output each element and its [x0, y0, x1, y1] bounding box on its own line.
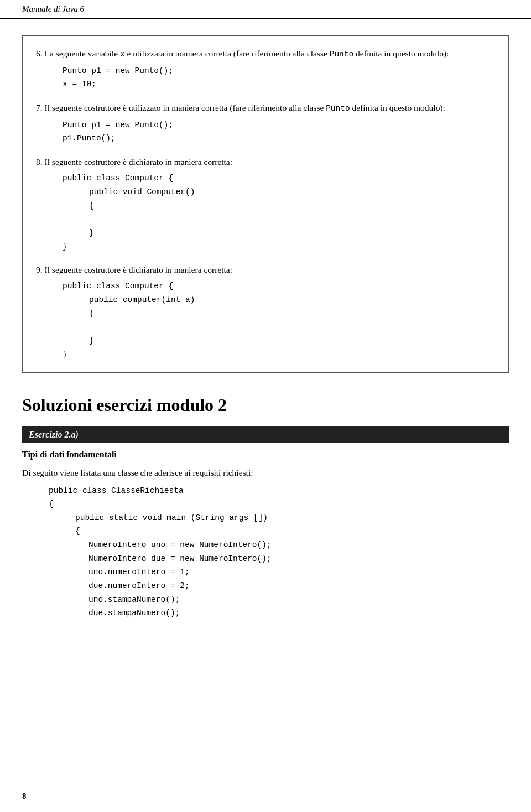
exercise-6-text: 6. La seguente variabile x è utilizzata … — [36, 47, 495, 61]
exercise-9-number: 9. — [36, 265, 43, 274]
exercise-9-line-5: } — [36, 334, 495, 348]
exercise-8-text: 8. Il seguente costruttore è dichiarato … — [36, 155, 495, 168]
sol-line-2: { — [22, 497, 509, 511]
exercise-8-line-5: } — [36, 226, 495, 240]
page-wrapper: Manuale di Java 6 6. La seguente variabi… — [0, 0, 531, 812]
exercise-6-code-line-1: Punto p1 = new Punto(); — [36, 64, 495, 78]
sol-line-1: public class ClasseRichiesta — [22, 484, 509, 498]
exercise-9-line-6: } — [36, 348, 495, 362]
sol-line-4: { — [22, 524, 509, 538]
sol-line-7: uno.numeroIntero = 1; — [22, 565, 509, 579]
exercise-7-code-line-1: Punto p1 = new Punto(); — [36, 118, 495, 132]
exercise-7-number: 7. — [36, 103, 43, 112]
esercizio-2a-code: public class ClasseRichiesta { public st… — [22, 484, 509, 620]
exercise-7-text: 7. Il seguente costruttore è utilizzato … — [36, 101, 495, 115]
esercizio-2a-header: Esercizio 2.a) — [22, 426, 509, 443]
exercise-8-line-4 — [36, 212, 495, 226]
exercise-9-line-2: public computer(int a) — [36, 293, 495, 307]
exercise-8-code-block: public class Computer { public void Comp… — [36, 171, 495, 253]
exercise-9-line-3: { — [36, 307, 495, 321]
exercise-9-line-4 — [36, 320, 495, 334]
exercise-8-line-1: public class Computer { — [36, 171, 495, 185]
sol-line-9: uno.stampaNumero(); — [22, 593, 509, 607]
exercise-9-text: 9. Il seguente costruttore è dichiarato … — [36, 263, 495, 276]
esercizio-2a-desc: Di seguito viene listata una classe che … — [22, 466, 509, 479]
sol-line-6: NumeroIntero due = new NumeroIntero(); — [22, 552, 509, 566]
exercise-6-code-line-2: x = 10; — [36, 77, 495, 91]
exercise-8-line-6: } — [36, 240, 495, 254]
exercise-item-7: 7. Il seguente costruttore è utilizzato … — [36, 101, 495, 145]
page-number: 8 — [22, 792, 27, 800]
exercise-9-code-block: public class Computer { public computer(… — [36, 279, 495, 361]
sol-line-5: NumeroIntero uno = new NumeroIntero(); — [22, 538, 509, 552]
exercise-item-6: 6. La seguente variabile x è utilizzata … — [36, 47, 495, 91]
exercise-6-number: 6. — [36, 49, 43, 58]
exercise-item-8: 8. Il seguente costruttore è dichiarato … — [36, 155, 495, 253]
exercise-6-code-x: x — [120, 50, 125, 59]
exercise-8-number: 8. — [36, 157, 43, 166]
exercise-7-code-block: Punto p1 = new Punto(); p1.Punto(); — [36, 118, 495, 145]
exercise-block: 6. La seguente variabile x è utilizzata … — [22, 35, 509, 373]
exercise-item-9: 9. Il seguente costruttore è dichiarato … — [36, 263, 495, 361]
sol-line-10: due.stampaNumero(); — [22, 606, 509, 620]
esercizio-2a: Esercizio 2.a) Tipi di dati fondamentali… — [22, 426, 509, 620]
sol-line-8: due.numeroIntero = 2; — [22, 579, 509, 593]
exercise-6-code-punto: Punto — [330, 50, 354, 59]
exercise-8-line-3: { — [36, 199, 495, 213]
section-heading: Soluzioni esercizi modulo 2 — [22, 395, 509, 415]
sol-line-3: public static void main (String args []) — [22, 511, 509, 525]
header-title: Manuale di Java 6 — [22, 4, 84, 14]
page-footer: 8 — [22, 792, 27, 801]
exercise-6-code-block: Punto p1 = new Punto(); x = 10; — [36, 64, 495, 91]
exercise-7-code-line-2: p1.Punto(); — [36, 132, 495, 145]
exercise-8-line-2: public void Computer() — [36, 185, 495, 199]
content-area: 6. La seguente variabile x è utilizzata … — [0, 19, 531, 642]
exercise-9-line-1: public class Computer { — [36, 279, 495, 293]
esercizio-2a-subtitle: Tipi di dati fondamentali — [22, 450, 509, 460]
page-header: Manuale di Java 6 — [0, 0, 531, 19]
exercise-7-code-punto: Punto — [326, 104, 350, 113]
